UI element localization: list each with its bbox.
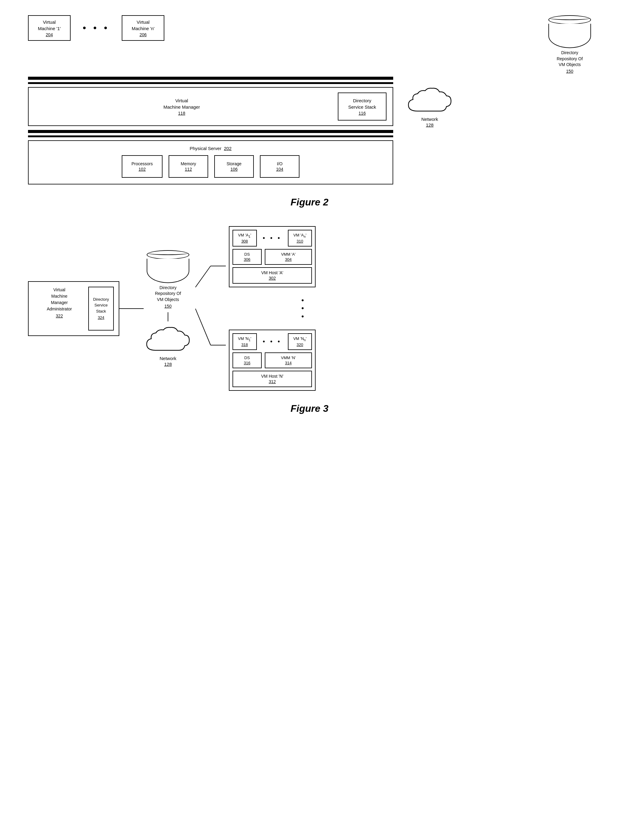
io-num: 104 xyxy=(270,167,290,172)
svg-line-4 xyxy=(195,309,211,345)
fig3-ds-stack-box: DirectoryServiceStack 324 xyxy=(88,287,114,330)
ds-a-num: 306 xyxy=(238,257,256,262)
vmm-a-num: 304 xyxy=(270,257,307,262)
fig3-cylinder-body xyxy=(147,259,189,283)
vm1-label: VirtualMachine '1' xyxy=(34,19,64,31)
fig3-network-num: 128 xyxy=(144,362,192,367)
dir-stack-label: DirectoryService Stack xyxy=(344,97,380,110)
cloud-svg xyxy=(405,85,454,119)
cylinder-inner xyxy=(549,16,591,20)
vertical-dots: ••• xyxy=(290,296,315,320)
vm-an-box: VM 'An' 310 xyxy=(288,230,312,247)
fig3-dir-repo-label: DirectoryRepository OfVM Objects 150 xyxy=(147,285,189,309)
phys-server-title: Physical Server 202 xyxy=(35,146,386,151)
network-area: Network 128 xyxy=(405,85,454,127)
vm-n-mid-row: DS 316 VMM 'N' 314 xyxy=(233,353,312,368)
ds-n-num: 316 xyxy=(238,361,256,365)
thick-bar-mid xyxy=(28,130,393,133)
line-admin-cloud xyxy=(119,302,144,315)
physical-server: Physical Server 202 Processors 102 Memor… xyxy=(28,140,393,184)
cylinder-top xyxy=(549,15,591,24)
vm-n1-box: VM 'N1' 318 xyxy=(233,333,257,350)
dir-stack-num: 116 xyxy=(344,111,380,116)
dir-stack-box: DirectoryService Stack 116 xyxy=(338,93,386,121)
vm-nn-box: VM 'Nn' 320 xyxy=(288,333,312,350)
memory-num: 112 xyxy=(178,167,199,172)
vm-host-n-num: 312 xyxy=(238,379,307,384)
fig3-caption: Figure 3 xyxy=(18,403,601,414)
vm-a1-num: 308 xyxy=(238,239,251,244)
fig3-dir-repo-num: 150 xyxy=(147,303,189,309)
fig3-cylinder-inner xyxy=(147,251,189,255)
fig3-network-cloud: Network 128 xyxy=(144,324,192,367)
figure2: VirtualMachine '1' 204 • • • VirtualMach… xyxy=(28,12,591,184)
vmm-n-box: VMM 'N' 314 xyxy=(265,353,312,368)
vm-a1-box: VM 'A1' 308 xyxy=(233,230,257,247)
ds-stack-num: 324 xyxy=(93,315,109,321)
dir-repo-label: DirectoryRepository OfVM Objects 150 xyxy=(549,50,591,74)
vm-n-dots: • • • xyxy=(260,333,285,350)
middle-band: VirtualMachine Manager 118 DirectoryServ… xyxy=(28,87,393,126)
vm-an-num: 310 xyxy=(293,239,307,244)
fig3-middle-col: DirectoryRepository OfVM Objects 150 Net… xyxy=(144,250,192,367)
vm-host-a-container: VM 'A1' 308 • • • VM 'An' 310 DS 306 xyxy=(229,226,315,287)
processors-label: Processors xyxy=(132,161,153,166)
figure3: VirtualMachineManagerAdministrator 322 D… xyxy=(28,226,591,390)
admin-num: 322 xyxy=(33,313,85,319)
memory-box: Memory 112 xyxy=(169,155,208,178)
thick-bar-top2 xyxy=(28,82,393,84)
vm-host-a-title: VM Host 'A' 302 xyxy=(233,267,312,284)
io-box: I/O 104 xyxy=(260,155,299,178)
fig3-cloud-svg xyxy=(144,324,192,358)
vm-host-n-container: VM 'N1' 318 • • • VM 'Nn' 320 DS 316 xyxy=(229,330,315,391)
cylinder-body xyxy=(549,24,591,48)
vm-n1-num: 318 xyxy=(238,342,251,347)
io-label: I/O xyxy=(270,161,290,166)
storage-label: Storage xyxy=(224,161,244,166)
vm-a-mid-row: DS 306 VMM 'A' 304 xyxy=(233,249,312,265)
vm1-num: 204 xyxy=(34,32,64,37)
dir-repo-cylinder: DirectoryRepository OfVM Objects 150 xyxy=(549,15,591,74)
fig2-caption: Figure 2 xyxy=(18,197,601,208)
vmm-label: VirtualMachine Manager xyxy=(35,97,329,110)
vm-host-a-num: 302 xyxy=(238,276,307,281)
memory-label: Memory xyxy=(178,161,199,166)
processors-box: Processors 102 xyxy=(122,155,163,178)
storage-num: 106 xyxy=(224,167,244,172)
vm1-box: VirtualMachine '1' 204 xyxy=(28,15,70,41)
fig3-dir-repo: DirectoryRepository OfVM Objects 150 xyxy=(147,250,189,309)
processors-num: 102 xyxy=(132,167,153,172)
vmn-label: VirtualMachine 'n' xyxy=(128,19,158,31)
ds-a-box: DS 306 xyxy=(233,249,262,265)
vmn-num: 206 xyxy=(128,32,158,37)
vmm-area: VirtualMachine Manager 118 xyxy=(35,97,329,116)
fig3-admin-inner: VirtualMachineManagerAdministrator 322 xyxy=(33,287,85,330)
vm-a-top-row: VM 'A1' 308 • • • VM 'An' 310 xyxy=(233,230,312,247)
ds-n-box: DS 316 xyxy=(233,353,262,368)
line-cyl-cloud xyxy=(165,312,171,321)
vmm-a-box: VMM 'A' 304 xyxy=(265,249,312,265)
vm-n-top-row: VM 'N1' 318 • • • VM 'Nn' 320 xyxy=(233,333,312,350)
network-num: 128 xyxy=(405,123,454,127)
vm-dots: • • • xyxy=(83,23,109,33)
svg-line-2 xyxy=(195,266,211,287)
vmn-box: VirtualMachine 'n' 206 xyxy=(122,15,164,41)
fig3-connecting-lines xyxy=(195,248,226,369)
hardware-boxes: Processors 102 Memory 112 Storage 106 I/… xyxy=(35,155,386,178)
vmm-n-num: 314 xyxy=(270,361,307,365)
vm-host-n-title: VM Host 'N' 312 xyxy=(233,371,312,387)
fig3-cylinder-top xyxy=(147,250,189,259)
vmm-num: 118 xyxy=(35,111,329,116)
vm-a-dots: • • • xyxy=(260,230,285,247)
fig3-admin-box: VirtualMachineManagerAdministrator 322 D… xyxy=(28,281,119,336)
fig3-right-col: VM 'A1' 308 • • • VM 'An' 310 DS 306 xyxy=(229,226,315,390)
dir-repo-num: 150 xyxy=(549,69,591,75)
thick-bar-mid2 xyxy=(28,135,393,137)
thick-bar-top xyxy=(28,77,393,80)
vm-nn-num: 320 xyxy=(293,342,307,347)
storage-box: Storage 106 xyxy=(214,155,254,178)
phys-server-num: 202 xyxy=(224,146,232,151)
